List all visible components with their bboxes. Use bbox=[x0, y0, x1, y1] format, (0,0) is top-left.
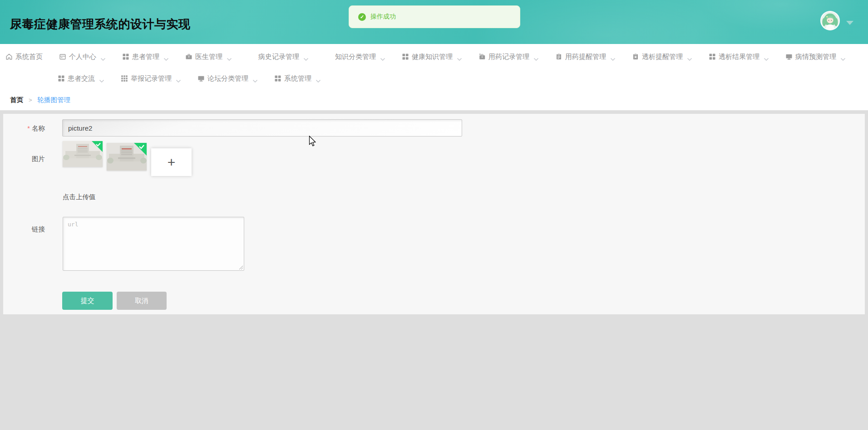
grid-icon bbox=[709, 53, 716, 60]
grid-icon bbox=[58, 75, 65, 82]
nav-item-medication-record-mgmt[interactable]: 用药记录管理 bbox=[478, 53, 539, 61]
nav-item-system-home[interactable]: 系统首页 bbox=[5, 53, 43, 61]
list-icon bbox=[248, 53, 256, 60]
nav-label: 知识分类管理 bbox=[335, 53, 376, 61]
upload-hint-text: 点击上传值 bbox=[63, 193, 96, 201]
success-toast: ✓ 操作成功 bbox=[349, 5, 520, 28]
breadcrumb: 首页 > 轮播图管理 bbox=[0, 90, 868, 109]
window-icon bbox=[59, 53, 66, 60]
nav-label: 病史记录管理 bbox=[258, 53, 299, 61]
upload-image-button[interactable]: + bbox=[151, 148, 192, 176]
chevron-down-icon bbox=[533, 55, 539, 59]
nav-label: 系统管理 bbox=[284, 74, 311, 83]
nav-label: 用药记录管理 bbox=[488, 53, 529, 61]
nav-row-2: 患者交流 举报记录管理 论坛分类管理 系统管理 bbox=[0, 68, 868, 89]
chevron-down-icon bbox=[99, 77, 104, 80]
nav-label: 透析结果管理 bbox=[719, 53, 760, 61]
chevron-down-icon bbox=[163, 55, 169, 59]
nav-item-doctor-mgmt[interactable]: 医生管理 bbox=[185, 53, 232, 61]
building-photo bbox=[63, 141, 103, 167]
nav-label: 健康知识管理 bbox=[412, 53, 453, 61]
nav-item-health-knowledge-mgmt[interactable]: 健康知识管理 bbox=[402, 53, 462, 61]
avatar-image bbox=[821, 12, 839, 29]
chevron-down-icon bbox=[610, 55, 616, 59]
nav-label: 透析提醒管理 bbox=[642, 53, 683, 61]
nav-item-personal-center[interactable]: 个人中心 bbox=[59, 53, 106, 61]
chevron-down-icon bbox=[380, 55, 385, 59]
user-avatar[interactable] bbox=[820, 11, 840, 30]
bag-icon bbox=[478, 53, 486, 60]
clipboard-icon bbox=[555, 53, 562, 60]
image-field-label: 图片 bbox=[3, 155, 45, 163]
chevron-down-icon bbox=[100, 55, 106, 59]
chevron-down-icon bbox=[764, 55, 769, 59]
nav-label: 举报记录管理 bbox=[131, 74, 172, 83]
link-textarea[interactable] bbox=[63, 217, 244, 271]
building-photo bbox=[107, 143, 147, 171]
chevron-down-icon bbox=[457, 55, 462, 59]
chevron-down-icon bbox=[303, 55, 309, 59]
submit-button[interactable]: 提交 bbox=[62, 292, 113, 310]
nav-row-1: 系统首页 个人中心 患者管理 医生管理 病史记录管理 知识分类管理 bbox=[0, 46, 868, 68]
nav-label: 患者交流 bbox=[68, 74, 95, 83]
carousel-form-panel: *名称 图片 bbox=[3, 114, 865, 314]
nav-item-forum-category-mgmt[interactable]: 论坛分类管理 bbox=[197, 74, 258, 83]
grid-icon bbox=[122, 53, 129, 60]
briefcase-icon bbox=[185, 53, 192, 60]
grid-icon bbox=[402, 53, 409, 60]
chevron-down-icon bbox=[687, 55, 692, 59]
nav-item-report-record-mgmt[interactable]: 举报记录管理 bbox=[121, 74, 181, 83]
toast-message: 操作成功 bbox=[370, 13, 396, 21]
link-field-label: 链接 bbox=[3, 225, 45, 234]
nav-item-patient-mgmt[interactable]: 患者管理 bbox=[122, 53, 169, 61]
check-circle-icon: ✓ bbox=[358, 13, 366, 21]
monitor-icon bbox=[197, 75, 205, 82]
list-icon bbox=[325, 53, 332, 60]
clipboard-x-icon bbox=[632, 53, 639, 60]
nav-label: 医生管理 bbox=[195, 53, 222, 61]
name-input[interactable] bbox=[62, 119, 462, 137]
nav-item-dialysis-reminder-mgmt[interactable]: 透析提醒管理 bbox=[632, 53, 692, 61]
nav-item-medical-history-mgmt[interactable]: 病史记录管理 bbox=[248, 53, 309, 61]
nav-item-medication-reminder-mgmt[interactable]: 用药提醒管理 bbox=[555, 53, 616, 61]
chevron-down-icon bbox=[252, 77, 258, 80]
cancel-button[interactable]: 取消 bbox=[117, 292, 167, 310]
chevron-down-icon bbox=[316, 77, 321, 80]
nav-item-disease-prediction-mgmt[interactable]: 病情预测管理 bbox=[785, 53, 846, 61]
mouse-cursor bbox=[309, 136, 317, 149]
nav-item-dialysis-result-mgmt[interactable]: 透析结果管理 bbox=[709, 53, 769, 61]
chevron-down-icon bbox=[840, 55, 846, 59]
breadcrumb-home[interactable]: 首页 bbox=[10, 96, 23, 104]
nav-label: 个人中心 bbox=[69, 53, 96, 61]
home-icon bbox=[5, 53, 13, 60]
grid3-icon bbox=[121, 75, 128, 82]
page-title: 尿毒症健康管理系统的设计与实现 bbox=[10, 16, 191, 32]
chevron-down-icon bbox=[176, 77, 181, 80]
nav-item-patient-exchange[interactable]: 患者交流 bbox=[58, 74, 104, 83]
navigation-bar: 系统首页 个人中心 患者管理 医生管理 病史记录管理 知识分类管理 bbox=[0, 44, 868, 110]
uploaded-image-thumbnail-1[interactable] bbox=[63, 141, 103, 167]
nav-item-knowledge-category-mgmt[interactable]: 知识分类管理 bbox=[325, 53, 385, 61]
user-menu-caret-icon[interactable] bbox=[846, 21, 853, 25]
monitor-icon bbox=[785, 53, 793, 60]
chevron-down-icon bbox=[227, 55, 232, 59]
nav-label: 用药提醒管理 bbox=[565, 53, 606, 61]
nav-label: 患者管理 bbox=[132, 53, 159, 61]
required-asterisk: * bbox=[27, 125, 30, 132]
nav-label: 系统首页 bbox=[15, 53, 43, 61]
nav-label: 病情预测管理 bbox=[795, 53, 836, 61]
name-field-label: *名称 bbox=[3, 124, 45, 133]
plus-icon: + bbox=[168, 155, 176, 170]
nav-item-system-mgmt[interactable]: 系统管理 bbox=[274, 74, 321, 83]
breadcrumb-separator: > bbox=[29, 97, 32, 103]
grid-icon bbox=[274, 75, 281, 82]
nav-label: 论坛分类管理 bbox=[207, 74, 248, 83]
uploaded-image-thumbnail-2[interactable] bbox=[107, 143, 147, 171]
breadcrumb-current[interactable]: 轮播图管理 bbox=[38, 96, 71, 104]
